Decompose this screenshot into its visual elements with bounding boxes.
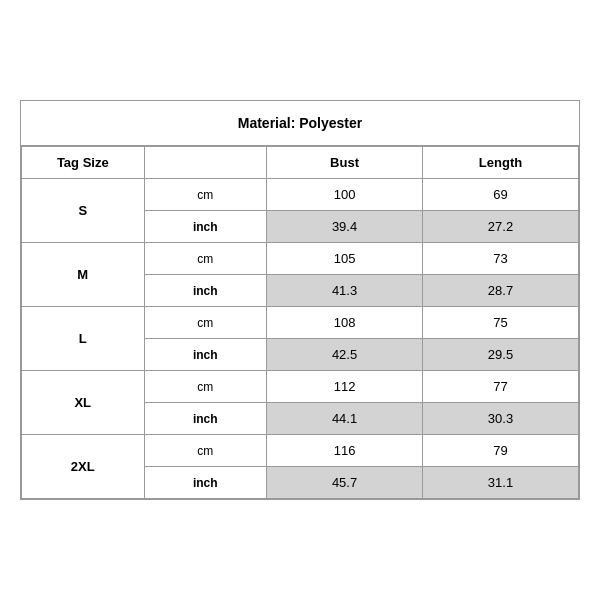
header-unit bbox=[144, 147, 267, 179]
length-value: 73 bbox=[423, 243, 579, 275]
unit-cell: cm bbox=[144, 307, 267, 339]
length-value: 75 bbox=[423, 307, 579, 339]
header-length: Length bbox=[423, 147, 579, 179]
bust-value: 44.1 bbox=[267, 403, 423, 435]
bust-value: 41.3 bbox=[267, 275, 423, 307]
bust-value: 105 bbox=[267, 243, 423, 275]
bust-value: 116 bbox=[267, 435, 423, 467]
unit-cell: inch bbox=[144, 211, 267, 243]
tag-size-cell: XL bbox=[22, 371, 145, 435]
tag-size-cell: 2XL bbox=[22, 435, 145, 499]
header-tag-size: Tag Size bbox=[22, 147, 145, 179]
unit-cell: cm bbox=[144, 435, 267, 467]
unit-cell: cm bbox=[144, 371, 267, 403]
tag-size-cell: M bbox=[22, 243, 145, 307]
unit-cell: cm bbox=[144, 243, 267, 275]
length-value: 30.3 bbox=[423, 403, 579, 435]
tag-size-cell: S bbox=[22, 179, 145, 243]
length-value: 77 bbox=[423, 371, 579, 403]
unit-cell: inch bbox=[144, 339, 267, 371]
unit-cell: inch bbox=[144, 275, 267, 307]
tag-size-cell: L bbox=[22, 307, 145, 371]
unit-cell: cm bbox=[144, 179, 267, 211]
bust-value: 45.7 bbox=[267, 467, 423, 499]
bust-value: 100 bbox=[267, 179, 423, 211]
unit-cell: inch bbox=[144, 467, 267, 499]
length-value: 27.2 bbox=[423, 211, 579, 243]
size-table: Tag Size Bust Length Scm10069inch39.427.… bbox=[21, 146, 579, 499]
length-value: 69 bbox=[423, 179, 579, 211]
chart-title: Material: Polyester bbox=[21, 101, 579, 146]
header-bust: Bust bbox=[267, 147, 423, 179]
bust-value: 39.4 bbox=[267, 211, 423, 243]
length-value: 28.7 bbox=[423, 275, 579, 307]
size-chart-container: Material: Polyester Tag Size Bust Length… bbox=[20, 100, 580, 500]
length-value: 79 bbox=[423, 435, 579, 467]
bust-value: 108 bbox=[267, 307, 423, 339]
bust-value: 112 bbox=[267, 371, 423, 403]
bust-value: 42.5 bbox=[267, 339, 423, 371]
length-value: 31.1 bbox=[423, 467, 579, 499]
length-value: 29.5 bbox=[423, 339, 579, 371]
unit-cell: inch bbox=[144, 403, 267, 435]
